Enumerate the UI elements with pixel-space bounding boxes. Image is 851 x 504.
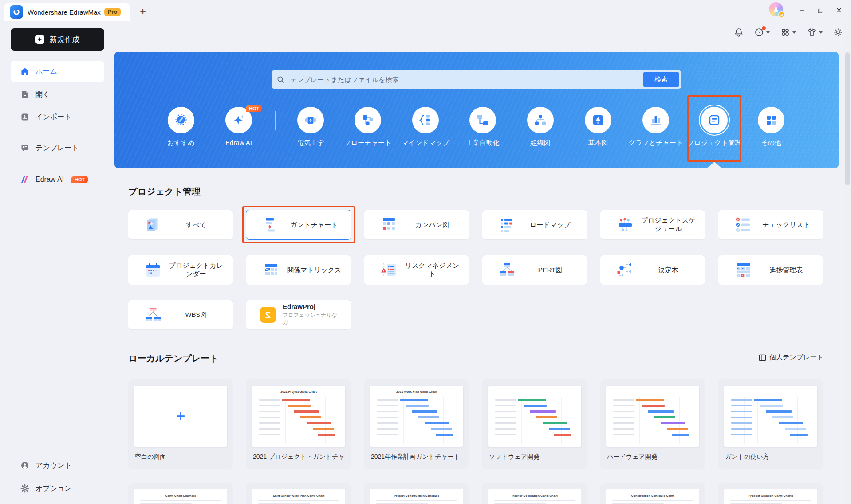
org-chart-icon	[527, 107, 554, 133]
category-edraw-ai[interactable]: HOT Edraw AI	[209, 107, 268, 147]
template-type-pert[interactable]: PERT図	[482, 255, 587, 285]
template-thumbnail: Interior Decoration Gantt Chart	[488, 489, 581, 504]
account-icon	[20, 461, 29, 470]
sidebar-divider	[11, 134, 104, 134]
template-product-creation-gantt[interactable]: Product Creation Gantt Charts	[718, 483, 823, 504]
plus-icon: +	[35, 35, 44, 44]
close-button[interactable]	[830, 0, 848, 20]
template-2021-work-plan-gantt[interactable]: 2021 Work Plan Gantt Chart 2021年作業計画ガントチ…	[364, 379, 469, 469]
hero-banner: 検索 おすすめ HOT Edraw AI 電気工学 フローチャート マインドマッ…	[114, 52, 839, 168]
template-type-edrawproj[interactable]: 2 EdrawProj プロフェッショナルなガ...	[246, 300, 351, 330]
template-type-roadmap[interactable]: ロードマップ	[482, 210, 587, 240]
decision-tree-icon	[616, 262, 636, 278]
hot-badge: HOT	[71, 176, 88, 183]
user-avatar[interactable]	[769, 2, 783, 16]
template-2021-project-gantt[interactable]: 2021 Project Gantt Chart 2021 プロジェクト・ガント…	[246, 379, 351, 469]
sidebar-item-open[interactable]: 開く	[11, 84, 104, 105]
template-type-relationship-matrix[interactable]: 関係マトリックス	[246, 255, 351, 285]
new-tab-button[interactable]: +	[136, 4, 150, 19]
sidebar-divider	[11, 165, 104, 165]
automation-icon	[469, 107, 496, 133]
restore-button[interactable]	[811, 0, 830, 20]
template-thumbnail: 2021 Work Plan Gantt Chart	[370, 386, 463, 447]
category-recommended[interactable]: おすすめ	[152, 107, 210, 147]
category-basic-diagram[interactable]: 基本図	[569, 107, 627, 147]
category-graphs-charts[interactable]: グラフとチャート	[626, 107, 685, 147]
template-type-checklist[interactable]: チェックリスト	[718, 210, 823, 240]
category-others[interactable]: その他	[742, 107, 800, 147]
template-type-kanban[interactable]: カンバン図	[364, 210, 469, 240]
sidebar-item-edraw-ai[interactable]: Edraw AI HOT	[11, 169, 104, 190]
basic-diagram-icon	[585, 107, 611, 133]
project-management-icon	[701, 107, 728, 133]
template-thumbnail	[606, 386, 699, 447]
category-flowchart[interactable]: フローチャート	[339, 107, 397, 147]
sidebar-item-label: Edraw AI	[35, 176, 64, 184]
template-project-construction-schedule[interactable]: Project Construction Schedule	[364, 483, 469, 504]
personal-templates-link[interactable]: 個人テンプレート	[759, 353, 823, 362]
person-icon	[772, 6, 780, 13]
template-thumbnail: Project Construction Schedule	[370, 489, 463, 504]
sidebar-item-templates[interactable]: テンプレート	[11, 137, 104, 159]
search-button[interactable]: 検索	[643, 72, 679, 87]
electrical-icon	[297, 107, 324, 133]
app-title: Wondershare EdrawMax	[28, 8, 101, 16]
sidebar-item-home[interactable]: ホーム	[11, 61, 104, 82]
template-type-progress-table[interactable]: 進捗管理表	[718, 255, 823, 285]
theme-menu[interactable]	[807, 27, 823, 37]
template-how-to-use-gantt[interactable]: ガントの使い方	[718, 379, 823, 469]
window-controls	[792, 0, 848, 20]
sidebar-item-label: ホーム	[35, 67, 57, 76]
top-actions: ?	[734, 27, 843, 37]
edrawmax-window: Wondershare EdrawMax Pro + + 新規作成 ホーム 開く…	[0, 0, 851, 504]
section-title-local-templates: ローカルテンプレート	[128, 352, 219, 364]
edrawmax-logo-icon	[10, 5, 23, 19]
template-type-project-schedule[interactable]: プロジェクトスケジュール	[600, 210, 705, 240]
template-type-project-calendar[interactable]: プロジェクトカレンダー	[128, 255, 233, 285]
gantt-chart-icon	[262, 217, 282, 233]
template-software-development[interactable]: ソフトウェア開発	[482, 379, 587, 469]
category-industrial-automation[interactable]: 工業自動化	[453, 107, 512, 147]
apps-grid-icon	[780, 27, 790, 37]
vertical-scrollbar[interactable]	[844, 21, 851, 504]
vip-crown-badge	[778, 11, 785, 18]
template-construction-schedule-gantt[interactable]: Construction Schedule Gantt	[600, 483, 705, 504]
section-title-project-management: プロジェクト管理	[128, 186, 201, 198]
template-thumbnail: Construction Schedule Gantt	[606, 489, 699, 504]
category-org-chart[interactable]: 組織図	[511, 107, 570, 147]
template-bubble-icon	[20, 144, 29, 152]
template-type-decision-tree[interactable]: 決定木	[600, 255, 705, 285]
settings-gear-icon[interactable]	[833, 27, 843, 37]
category-electrical[interactable]: 電気工学	[281, 107, 340, 147]
new-document-button[interactable]: + 新規作成	[11, 28, 104, 51]
template-thumbnail: 2021 Project Gantt Chart	[252, 386, 345, 447]
template-type-gantt-chart[interactable]: ガントチャート	[246, 210, 351, 240]
template-hardware-development[interactable]: ハードウェア開発	[600, 379, 705, 469]
minimize-button[interactable]	[792, 0, 811, 20]
help-menu[interactable]: ?	[754, 27, 770, 37]
svg-text:2: 2	[265, 309, 271, 320]
category-project-management[interactable]: プロジェクト管理	[685, 107, 744, 147]
template-type-all[interactable]: すべて	[128, 210, 233, 240]
template-type-wbs[interactable]: WBS図	[128, 300, 233, 330]
gear-icon	[20, 484, 29, 493]
pro-badge: Pro	[104, 8, 121, 16]
sidebar-item-options[interactable]: オプション	[11, 478, 104, 499]
search-input[interactable]	[272, 70, 681, 89]
browser-tab[interactable]: Wondershare EdrawMax Pro	[4, 3, 130, 21]
category-mindmap[interactable]: マインドマップ	[396, 107, 455, 147]
template-shift-center-gantt[interactable]: Shift Center Work Plan Gantt Chart	[246, 483, 351, 504]
apps-menu[interactable]	[780, 27, 796, 37]
template-thumbnail	[488, 386, 581, 447]
sidebar-item-import[interactable]: インポート	[11, 106, 104, 128]
mindmap-icon	[412, 107, 439, 133]
template-interior-decoration-gantt[interactable]: Interior Decoration Gantt Chart	[482, 483, 587, 504]
sidebar-item-account[interactable]: アカウント	[11, 455, 104, 476]
template-blank-document[interactable]: + 空白の図面	[128, 379, 233, 469]
template-type-risk-management[interactable]: リスクマネジメント	[364, 255, 469, 285]
scrollbar-thumb[interactable]	[845, 52, 850, 185]
notifications-bell-icon[interactable]	[734, 27, 744, 37]
kanban-icon	[380, 217, 400, 233]
home-icon	[20, 67, 29, 76]
template-gantt-chart-example[interactable]: Gantt Chart Example	[128, 483, 233, 504]
